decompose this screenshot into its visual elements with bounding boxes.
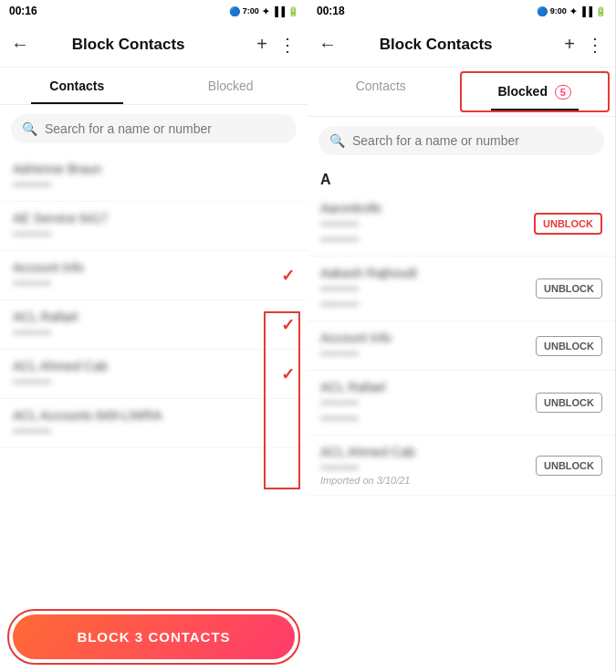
unblock-button[interactable]: UNBLOCK (536, 278, 602, 299)
unblock-button[interactable]: UNBLOCK (536, 336, 602, 356)
header-actions-left: + ⋮ (256, 34, 297, 56)
list-item[interactable]: ACL Ahmed Cab •••••••••• ✓ (0, 350, 308, 399)
more-icon-right[interactable]: ⋮ (586, 34, 604, 56)
blocked-contact-list: Aaronknife •••••••••• •••••••••• UNBLOCK… (308, 192, 615, 672)
back-button-left[interactable]: ← (11, 34, 29, 55)
unblock-button[interactable]: UNBLOCK (536, 456, 602, 476)
tab-blocked-right[interactable]: Blocked 5 (460, 71, 611, 112)
list-item[interactable]: Account Info •••••••••• ✓ (0, 251, 308, 300)
header-right: ← Block Contacts + ⋮ (308, 22, 615, 68)
right-screen: 00:18 🔵 9:00 ✦ ▐▐ 🔋 ← Block Contacts + ⋮… (308, 0, 615, 672)
tabs-left: Contacts Blocked (0, 68, 308, 105)
list-item: ACL Rafael •••••••••• •••••••••• UNBLOCK (308, 371, 615, 436)
status-bar-right: 00:18 🔵 9:00 ✦ ▐▐ 🔋 (308, 0, 615, 22)
list-item[interactable]: AE Service 6417 •••••••••• (0, 202, 308, 251)
search-bar-left: 🔍 (11, 114, 297, 143)
page-title-left: Block Contacts (37, 36, 220, 54)
list-item: Account Info •••••••••• UNBLOCK (308, 321, 615, 371)
tabs-right: Contacts Blocked 5 (308, 68, 615, 117)
list-item: ACL Ahmed Cab •••••••••• Imported on 3/1… (308, 436, 615, 496)
header-actions-right: + ⋮ (564, 34, 604, 56)
tab-blocked-left[interactable]: Blocked (154, 68, 308, 104)
list-item[interactable]: ACL Accounts 849-LIWRA •••••••••• (0, 399, 308, 448)
list-item[interactable]: ACL Rafael •••••••••• ✓ (0, 300, 308, 350)
left-screen: 00:16 🔵 7:00 ✦ ▐▐ 🔋 ← Block Contacts + ⋮… (0, 0, 308, 672)
tab-contacts-right[interactable]: Contacts (308, 68, 454, 116)
search-icon-left: 🔍 (22, 121, 37, 136)
status-bar-left: 00:16 🔵 7:00 ✦ ▐▐ 🔋 (0, 0, 308, 22)
list-item: Aaronknife •••••••••• •••••••••• UNBLOCK (308, 192, 615, 257)
search-input-right[interactable] (352, 133, 593, 148)
check-icon: ✓ (281, 315, 295, 335)
search-input-left[interactable] (45, 121, 286, 136)
header-left: ← Block Contacts + ⋮ (0, 22, 308, 68)
check-icon: ✓ (281, 266, 295, 286)
more-icon-left[interactable]: ⋮ (278, 34, 297, 56)
time-right: 00:18 (317, 5, 345, 17)
time-left: 00:16 (9, 5, 37, 17)
search-bar-right: 🔍 (318, 126, 604, 155)
unblock-button[interactable]: UNBLOCK (534, 213, 602, 235)
page-title-right: Block Contacts (344, 36, 527, 54)
imported-label: Imported on 3/10/21 (320, 475, 536, 486)
tab-contacts-left[interactable]: Contacts (0, 68, 154, 104)
status-icons-right: 🔵 9:00 ✦ ▐▐ 🔋 (537, 6, 606, 16)
check-icon: ✓ (281, 364, 295, 384)
contact-list-left: Adrienne Braun •••••••••• AE Service 641… (0, 152, 308, 602)
add-icon-right[interactable]: + (564, 34, 575, 55)
bottom-action-left: BLOCK 3 CONTACTS (7, 609, 300, 665)
list-item[interactable]: Adrienne Braun •••••••••• (0, 152, 308, 202)
blocked-badge: 5 (555, 85, 571, 100)
list-item: Aakash Rajhoudi •••••••••• •••••••••• UN… (308, 257, 615, 321)
block-contacts-button[interactable]: BLOCK 3 CONTACTS (13, 614, 295, 659)
section-header-a: A (308, 164, 615, 192)
add-icon-left[interactable]: + (256, 34, 267, 55)
unblock-button[interactable]: UNBLOCK (536, 393, 602, 413)
search-icon-right: 🔍 (329, 133, 345, 148)
back-button-right[interactable]: ← (318, 34, 337, 55)
status-icons-left: 🔵 7:00 ✦ ▐▐ 🔋 (229, 6, 298, 16)
